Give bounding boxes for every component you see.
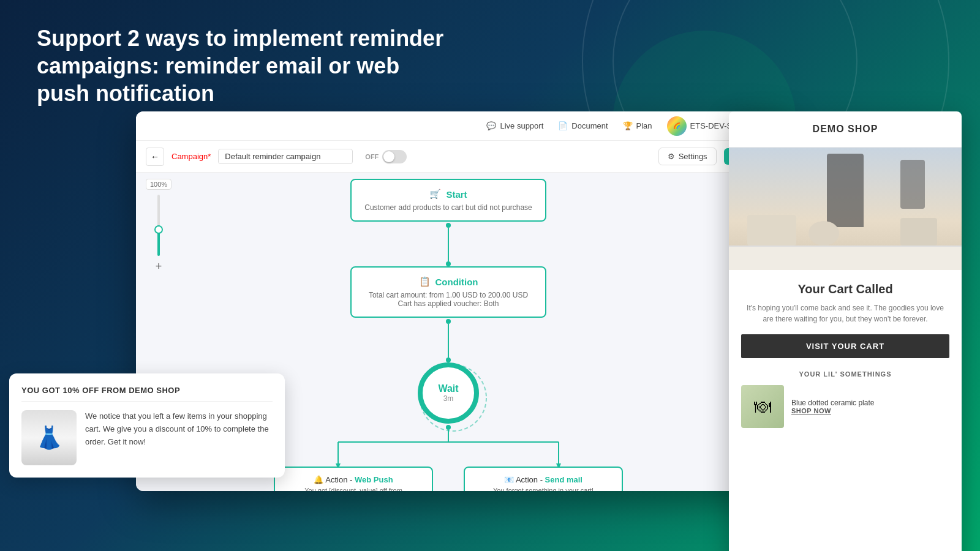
zoom-slider-track[interactable] (157, 195, 160, 256)
settings-icon: ⚙ (668, 152, 675, 161)
condition-line2: Cart has applied voucher: Both (364, 299, 533, 308)
condition-node[interactable]: 📋 Condition Total cart amount: from 1.00… (350, 266, 546, 318)
connector-dot-3 (446, 319, 451, 324)
document-label: Document (571, 121, 608, 130)
user-avatar: 🌈 (667, 116, 687, 136)
web-push-product-image: 👗 (21, 410, 77, 465)
action-web-push-title: 🔔 Action - Web Push (285, 475, 422, 484)
action-row: 🔔 Action - Web Push You got [discount_va… (274, 467, 623, 491)
web-push-divider (21, 401, 273, 402)
toggle-wrap: OFF (365, 150, 407, 163)
visit-cart-button[interactable]: VISIT YOUR CART (741, 334, 949, 358)
live-support-nav[interactable]: 💬 Live support (486, 121, 543, 130)
condition-node-title: 📋 Condition (364, 276, 533, 287)
product-image: 🍽 (741, 385, 784, 428)
web-push-icon: 🔔 (314, 475, 323, 484)
toggle-off-label: OFF (365, 153, 379, 160)
zoom-level: 100% (146, 179, 172, 190)
send-mail-icon: 📧 (504, 475, 514, 484)
wait-node[interactable]: Wait 3m (418, 362, 479, 424)
email-section-title: YOUR LIL' SOMETHINGS (741, 370, 949, 378)
condition-icon: 📋 (419, 276, 431, 287)
action-send-mail-desc: You forgot something in your cart! (475, 487, 612, 491)
action-send-mail-title: 📧 Action - Send mail (475, 475, 612, 484)
email-shop-name: DEMO SHOP (729, 111, 962, 148)
chat-icon: 💬 (486, 121, 496, 130)
toggle-knob (383, 151, 394, 162)
email-hero-image (729, 148, 962, 270)
back-button[interactable]: ← (146, 148, 164, 166)
campaign-name-input[interactable] (218, 149, 353, 164)
email-product-row: 🍽 Blue dotted ceramic plate SHOP NOW (741, 385, 949, 428)
action-web-push-desc: You got [discount_value] off from [shop_… (285, 487, 422, 491)
toolbar: ← Campaign* OFF ⚙ Settings 💾 Save (136, 141, 785, 173)
connector-line-2 (448, 324, 449, 358)
live-support-label: Live support (500, 121, 543, 130)
document-nav[interactable]: 📄 Document (558, 121, 608, 130)
condition-line1: Total cart amount: from 1.00 USD to 200.… (364, 291, 533, 299)
connector-dot-5 (446, 425, 451, 430)
web-push-popup: YOU GOT 10% OFF FROM DEMO SHOP 👗 We noti… (9, 373, 285, 478)
web-push-popup-body: We notice that you left a few items in y… (85, 410, 273, 465)
plan-label: Plan (636, 121, 652, 130)
product-name: Blue dotted ceramic plate (791, 399, 949, 407)
connector-line-1 (448, 228, 449, 261)
start-node-title: 🛒 Start (364, 189, 533, 200)
settings-label: Settings (679, 152, 707, 161)
web-push-popup-title: YOU GOT 10% OFF FROM DEMO SHOP (21, 386, 273, 395)
campaign-label: Campaign* (172, 152, 211, 161)
connector-dot-2 (446, 261, 451, 266)
product-info: Blue dotted ceramic plate SHOP NOW (791, 399, 949, 414)
kitchen-counter (729, 246, 962, 270)
zoom-controls: 100% + (146, 179, 172, 272)
document-icon: 📄 (558, 121, 568, 130)
zoom-plus-button[interactable]: + (156, 261, 162, 272)
web-push-popup-content: 👗 We notice that you left a few items in… (21, 410, 273, 465)
email-body: Your Cart Called It's hoping you'll come… (729, 270, 962, 440)
start-node-desc: Customer add products to cart but did no… (364, 203, 533, 212)
plan-nav[interactable]: 🏆 Plan (623, 121, 652, 130)
settings-button[interactable]: ⚙ Settings (658, 148, 717, 165)
trophy-icon: 🏆 (623, 121, 633, 130)
shop-now-link[interactable]: SHOP NOW (791, 407, 949, 414)
connector-dot-4 (446, 358, 451, 362)
connector-dot-1 (446, 223, 451, 228)
email-preview-panel: DEMO SHOP Your Cart Called It's hoping y… (729, 111, 962, 551)
email-cart-subtitle: It's hoping you'll come back and see it.… (741, 302, 949, 324)
start-node[interactable]: 🛒 Start Customer add products to cart bu… (350, 179, 546, 222)
zoom-slider-thumb[interactable] (154, 225, 163, 234)
nav-bar: 💬 Live support 📄 Document 🏆 Plan 🌈 ETS-D… (136, 111, 785, 141)
toggle-switch[interactable] (382, 150, 407, 163)
action-send-mail-node[interactable]: 📧 Action - Send mail You forgot somethin… (464, 467, 623, 491)
action-web-push-node[interactable]: 🔔 Action - Web Push You got [discount_va… (274, 467, 433, 491)
email-cart-title: Your Cart Called (741, 282, 949, 296)
page-heading: Support 2 ways to implement reminder cam… (37, 24, 453, 107)
svg-point-0 (420, 365, 486, 431)
cart-icon: 🛒 (429, 189, 441, 200)
